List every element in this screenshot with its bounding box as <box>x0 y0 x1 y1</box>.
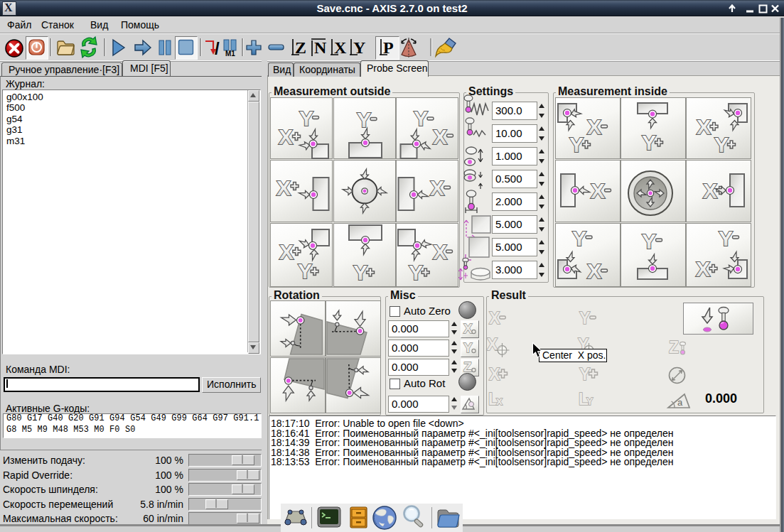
svg-text:X: X <box>463 321 473 336</box>
svg-text:Y: Y <box>586 396 594 407</box>
svg-text:Z: Z <box>669 338 679 357</box>
svg-text:x: x <box>496 395 503 407</box>
svg-text:Z: Z <box>463 359 472 374</box>
svg-text:a: a <box>677 397 683 408</box>
svg-text:Y: Y <box>463 340 473 355</box>
